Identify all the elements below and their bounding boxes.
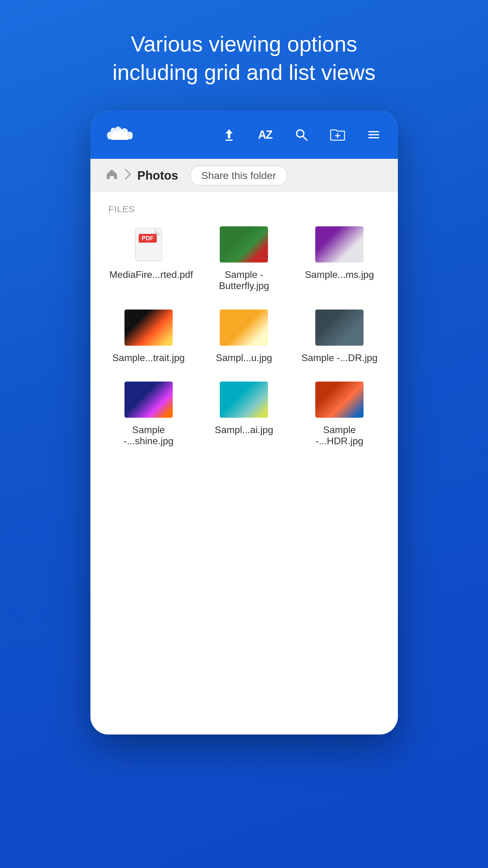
hero-text: Various viewing options including grid a… — [76, 30, 411, 87]
file-thumbnail — [220, 310, 268, 346]
pdf-icon: PDF — [129, 226, 168, 262]
app-bar: AZ — [90, 111, 398, 159]
file-name: Sampl...ai.jpg — [215, 424, 273, 435]
list-item[interactable]: Sample -...shine.jpg — [105, 381, 192, 447]
breadcrumb-bar: Photos Share this folder — [90, 159, 398, 192]
mediafire-logo-icon — [105, 127, 133, 143]
file-name: Sample -...shine.jpg — [110, 424, 188, 447]
file-thumbnail — [124, 310, 173, 346]
phone-card: AZ — [90, 111, 398, 735]
svg-rect-0 — [225, 140, 233, 141]
sort-button[interactable]: AZ — [256, 126, 274, 144]
file-thumbnail — [220, 226, 268, 262]
breadcrumb-current: Photos — [138, 169, 178, 182]
list-item[interactable]: PDF MediaFire...rted.pdf — [105, 226, 192, 291]
svg-rect-5 — [368, 131, 379, 132]
upload-button[interactable] — [220, 126, 238, 144]
file-name: Sample -...HDR.jpg — [300, 424, 378, 447]
file-name: Sample...trait.jpg — [113, 352, 185, 364]
list-item[interactable]: Sample...trait.jpg — [105, 310, 192, 364]
file-thumbnail — [220, 381, 268, 418]
upload-icon — [222, 127, 236, 142]
svg-rect-6 — [368, 134, 379, 135]
share-folder-button[interactable]: Share this folder — [190, 166, 287, 185]
files-section: FILES PDF MediaFire...rted.pdf Sample - … — [90, 192, 398, 735]
search-button[interactable] — [293, 126, 310, 144]
hero-line1: Various viewing options — [131, 32, 357, 56]
menu-button[interactable] — [365, 126, 383, 144]
file-name: Sampl...u.jpg — [216, 352, 272, 364]
pdf-badge: PDF — [139, 234, 157, 243]
svg-rect-7 — [368, 137, 379, 138]
hero-line2: including grid and list views — [113, 60, 375, 84]
pdf-doc-shape: PDF — [135, 228, 162, 261]
list-item[interactable]: Sample -...DR.jpg — [296, 310, 383, 364]
sort-icon: AZ — [258, 128, 272, 141]
file-thumbnail — [315, 310, 364, 346]
list-item[interactable]: Sample - Butterfly.jpg — [201, 226, 287, 291]
menu-icon — [367, 127, 381, 142]
list-item[interactable]: Sampl...ai.jpg — [201, 381, 287, 447]
svg-line-2 — [303, 136, 307, 140]
file-thumbnail — [315, 381, 364, 418]
app-logo[interactable] — [105, 127, 133, 143]
file-thumbnail: PDF — [124, 226, 173, 262]
add-folder-icon — [330, 127, 346, 142]
breadcrumb-chevron-icon — [124, 168, 131, 183]
search-icon — [294, 127, 309, 142]
files-section-label: FILES — [109, 204, 383, 214]
file-thumbnail — [315, 226, 364, 262]
files-grid: PDF MediaFire...rted.pdf Sample - Butter… — [105, 226, 383, 447]
home-icon[interactable] — [105, 167, 118, 183]
file-name: Sample - Butterfly.jpg — [205, 269, 283, 291]
add-folder-button[interactable] — [329, 126, 347, 144]
file-thumbnail — [124, 381, 173, 418]
list-item[interactable]: Sample -...HDR.jpg — [296, 381, 383, 447]
file-name: MediaFire...rted.pdf — [110, 269, 188, 280]
list-item[interactable]: Sampl...u.jpg — [201, 310, 287, 364]
list-item[interactable]: Sample...ms.jpg — [296, 226, 383, 291]
file-name: Sample -...DR.jpg — [301, 352, 378, 364]
file-name: Sample...ms.jpg — [305, 269, 374, 280]
